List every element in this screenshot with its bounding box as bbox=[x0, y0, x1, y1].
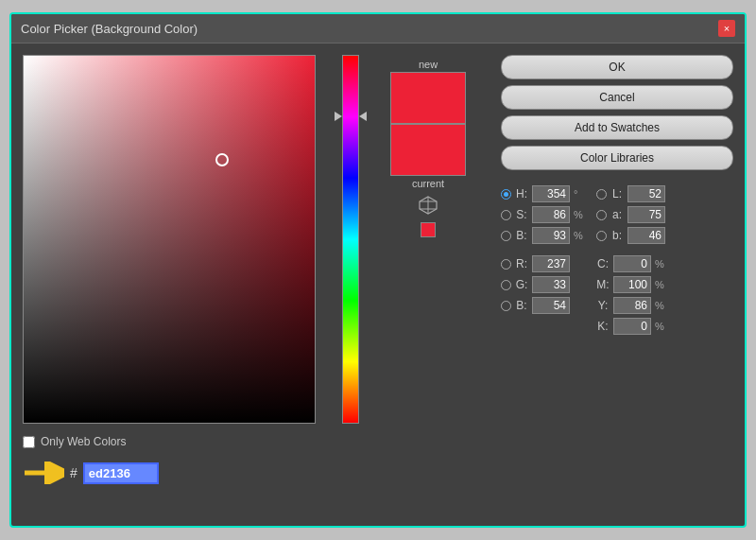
y-input[interactable] bbox=[613, 297, 651, 314]
b-hsb-label: B: bbox=[515, 229, 528, 242]
r-radio[interactable] bbox=[501, 259, 511, 270]
h-row: H: ° bbox=[501, 185, 587, 202]
m-label: M: bbox=[596, 278, 610, 291]
s-input[interactable] bbox=[532, 206, 570, 223]
b-lab-radio[interactable] bbox=[596, 231, 607, 241]
spectrum-bar[interactable] bbox=[342, 55, 359, 424]
hex-input[interactable] bbox=[83, 462, 159, 484]
l-label: L: bbox=[610, 187, 624, 200]
hsb-rgb-col: H: ° S: % B: bbox=[501, 185, 587, 335]
spectrum-arrow-top bbox=[335, 112, 342, 121]
color-libraries-button[interactable]: Color Libraries bbox=[501, 146, 733, 170]
web-color-icon bbox=[418, 195, 438, 220]
a-radio[interactable] bbox=[596, 210, 607, 220]
h-label: H: bbox=[515, 187, 528, 200]
c-row: C: % bbox=[596, 255, 668, 272]
b-hsb-row: B: % bbox=[501, 227, 587, 244]
right-area: OK Cancel Add to Swatches Color Librarie… bbox=[491, 55, 733, 514]
spectrum-bar-wrap[interactable] bbox=[342, 55, 359, 424]
b-rgb-label: B: bbox=[515, 299, 528, 312]
g-row: G: bbox=[501, 276, 587, 293]
lab-cmyk-col: L: a: b: bbox=[596, 185, 668, 335]
r-label: R: bbox=[515, 257, 528, 270]
cancel-button[interactable]: Cancel bbox=[501, 85, 733, 110]
m-row: M: % bbox=[596, 276, 668, 293]
l-row: L: bbox=[596, 185, 668, 202]
only-web-colors-row: Only Web Colors bbox=[23, 435, 325, 448]
new-label: new bbox=[419, 59, 438, 70]
gradient-dark bbox=[24, 56, 315, 423]
b-hsb-radio[interactable] bbox=[501, 231, 511, 241]
only-web-colors-checkbox[interactable] bbox=[23, 436, 35, 448]
only-web-colors-label: Only Web Colors bbox=[41, 435, 126, 448]
r-row: R: bbox=[501, 255, 587, 272]
b-lab-row: b: bbox=[596, 227, 668, 244]
close-button[interactable]: × bbox=[718, 20, 735, 37]
color-picker-area: Only Web Colors # bbox=[23, 55, 325, 514]
new-color-box bbox=[390, 72, 466, 124]
button-group: OK Cancel Add to Swatches Color Librarie… bbox=[501, 55, 733, 170]
g-input[interactable] bbox=[532, 276, 570, 293]
ok-button[interactable]: OK bbox=[501, 55, 733, 79]
spectrum-area bbox=[336, 55, 365, 514]
fields-section: H: ° S: % B: bbox=[501, 185, 733, 335]
y-unit: % bbox=[655, 300, 668, 311]
dialog-title: Color Picker (Background Color) bbox=[21, 22, 198, 36]
k-input[interactable] bbox=[613, 318, 651, 335]
b-rgb-row: B: bbox=[501, 297, 587, 314]
b-hsb-unit: % bbox=[574, 230, 587, 241]
r-input[interactable] bbox=[532, 255, 570, 272]
l-input[interactable] bbox=[627, 185, 665, 202]
color-picker-dialog: Color Picker (Background Color) × Only W… bbox=[9, 12, 747, 528]
preview-area: new current bbox=[376, 55, 480, 514]
h-input[interactable] bbox=[532, 185, 570, 202]
add-to-swatches-button[interactable]: Add to Swatches bbox=[501, 115, 733, 140]
l-radio[interactable] bbox=[596, 189, 607, 200]
k-label: K: bbox=[596, 320, 610, 333]
title-bar: Color Picker (Background Color) × bbox=[11, 14, 745, 44]
m-unit: % bbox=[655, 279, 668, 290]
s-row: S: % bbox=[501, 206, 587, 223]
h-radio[interactable] bbox=[501, 189, 511, 200]
b-hsb-input[interactable] bbox=[532, 227, 570, 244]
c-input[interactable] bbox=[613, 255, 651, 272]
small-color-indicator bbox=[421, 222, 436, 237]
spectrum-arrow-right bbox=[359, 112, 367, 121]
color-gradient[interactable] bbox=[23, 55, 316, 424]
y-row: Y: % bbox=[596, 297, 668, 314]
current-label: current bbox=[412, 178, 444, 189]
color-cursor[interactable] bbox=[215, 153, 229, 166]
h-unit: ° bbox=[574, 188, 587, 200]
c-label: C: bbox=[596, 257, 610, 270]
g-label: G: bbox=[515, 278, 528, 291]
s-unit: % bbox=[574, 209, 587, 220]
b-rgb-input[interactable] bbox=[532, 297, 570, 314]
y-label: Y: bbox=[596, 299, 610, 312]
b-lab-label: b: bbox=[610, 229, 624, 242]
a-label: a: bbox=[610, 208, 624, 221]
a-input[interactable] bbox=[627, 206, 665, 223]
dialog-body: Only Web Colors # bbox=[11, 44, 745, 526]
a-row: a: bbox=[596, 206, 668, 223]
hex-hash: # bbox=[70, 465, 77, 480]
yellow-arrow-icon bbox=[23, 462, 64, 484]
current-color-box bbox=[390, 124, 466, 176]
g-radio[interactable] bbox=[501, 280, 511, 290]
b-lab-input[interactable] bbox=[627, 227, 665, 244]
s-radio[interactable] bbox=[501, 210, 511, 220]
k-unit: % bbox=[655, 321, 668, 332]
s-label: S: bbox=[515, 208, 528, 221]
b-rgb-radio[interactable] bbox=[501, 301, 511, 311]
hex-row: # bbox=[23, 462, 325, 484]
m-input[interactable] bbox=[613, 276, 651, 293]
k-row: K: % bbox=[596, 318, 668, 335]
c-unit: % bbox=[655, 258, 668, 270]
